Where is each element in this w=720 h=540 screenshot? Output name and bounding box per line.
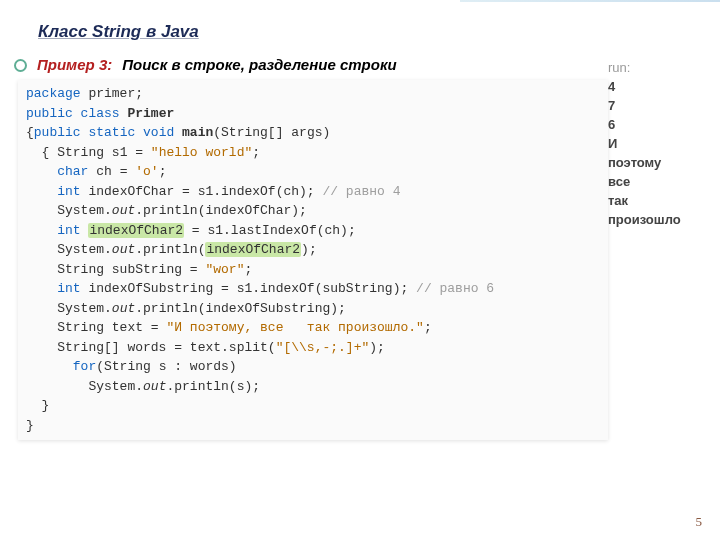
kw-public: public [26, 106, 73, 121]
output-row: так [608, 191, 708, 210]
accent-line [460, 0, 720, 2]
page-number: 5 [696, 514, 703, 530]
output-row: 4 [608, 77, 708, 96]
class-name: Primer [127, 106, 174, 121]
highlight-var-1: indexOfChar2 [88, 223, 184, 238]
output-header: run: [608, 58, 708, 77]
output-row: поэтому [608, 153, 708, 172]
output-row: И [608, 134, 708, 153]
output-pane: run: 4 7 6 И поэтому все так произошло [608, 58, 708, 229]
example-text: Поиск в строке, разделение строки [122, 56, 396, 73]
code-pane: package primer; public class Primer {pub… [18, 80, 608, 440]
bullet-icon [14, 59, 27, 72]
method-main: main [182, 125, 213, 140]
output-row: произошло [608, 210, 708, 229]
output-row: 6 [608, 115, 708, 134]
example-row: Пример 3: Поиск в строке, разделение стр… [14, 56, 397, 73]
example-label: Пример 3: [37, 56, 112, 73]
highlight-var-2: indexOfChar2 [205, 242, 301, 257]
output-row: 7 [608, 96, 708, 115]
kw-package: package [26, 86, 81, 101]
slide-title: Класс String в Java [38, 22, 199, 42]
output-row: все [608, 172, 708, 191]
